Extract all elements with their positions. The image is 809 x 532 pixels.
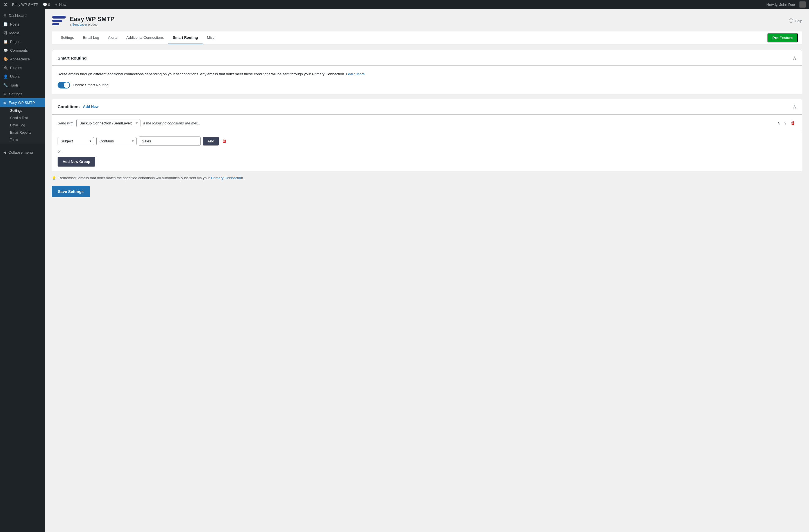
smart-routing-card: Smart Routing ∧ Route emails through dif…: [52, 50, 802, 95]
primary-connection-link[interactable]: Primary Connection: [211, 176, 243, 180]
collapse-icon: ◀: [3, 150, 6, 154]
tab-smart-routing[interactable]: Smart Routing: [168, 32, 203, 45]
submenu-label: Email Reports: [10, 131, 31, 135]
conditions-title-wrap: Conditions Add New: [57, 104, 99, 109]
sidebar-item-easy-wp-smtp[interactable]: ✉ Easy WP SMTP: [0, 98, 45, 107]
submenu: Settings Send a Test Email Log Email Rep…: [0, 107, 45, 143]
operator-select[interactable]: Contains Does Not Contain Equals Does No…: [96, 137, 137, 145]
submenu-item-email-log[interactable]: Email Log: [0, 122, 45, 129]
sidebar-item-posts[interactable]: 📄 Posts: [0, 20, 45, 29]
site-name[interactable]: Easy WP SMTP: [12, 2, 38, 7]
sidebar-item-appearance[interactable]: 🎨 Appearance: [0, 55, 45, 64]
submenu-item-send-test[interactable]: Send a Test: [0, 114, 45, 122]
smart-routing-title: Smart Routing: [57, 56, 87, 61]
sidebar-item-tools[interactable]: 🔧 Tools: [0, 81, 45, 90]
tab-misc[interactable]: Misc: [203, 32, 219, 45]
plugin-header: Easy WP SMTP a SendLayer product ⓘ Help: [52, 15, 802, 27]
submenu-item-settings[interactable]: Settings: [0, 107, 45, 114]
sidebar-item-label: Comments: [10, 48, 28, 53]
collapse-label: Collapse menu: [8, 150, 33, 154]
smtp-logo-icon: [52, 15, 66, 27]
tab-email-log[interactable]: Email Log: [79, 32, 104, 45]
move-up-button[interactable]: ∧: [776, 120, 781, 126]
nav-tabs: Settings Email Log Alerts Additional Con…: [52, 32, 802, 45]
plus-icon: ＋: [54, 2, 58, 7]
routing-description: Route emails through different additiona…: [57, 71, 796, 77]
smtp-menu-icon: ✉: [3, 101, 6, 105]
pro-feature-button[interactable]: Pro Feature: [768, 33, 798, 42]
howdy-text: Howdy, John Doe: [766, 2, 795, 7]
comments-icon: 💬: [43, 2, 47, 7]
new-label: New: [59, 2, 66, 7]
save-settings-button[interactable]: Save Settings: [52, 186, 90, 197]
tab-settings[interactable]: Settings: [56, 32, 79, 45]
bulb-icon: 💡: [52, 176, 56, 180]
pages-icon: 📋: [3, 40, 8, 44]
sidebar-item-label: Easy WP SMTP: [9, 101, 35, 105]
sidebar-item-plugins[interactable]: 🔌 Plugins: [0, 64, 45, 72]
conditions-title: Conditions: [57, 104, 80, 109]
sidebar-item-pages[interactable]: 📋 Pages: [0, 37, 45, 46]
settings-icon: ⚙: [3, 92, 7, 96]
svg-rect-1: [52, 20, 62, 22]
if-condition-text: if the following conditions are met...: [143, 121, 773, 125]
plugin-tagline: a SendLayer product: [70, 23, 115, 26]
sidebar-item-dashboard[interactable]: ⊞ Dashboard: [0, 11, 45, 20]
send-with-label: Send with: [57, 121, 74, 125]
row-actions: ∧ ∨ 🗑: [776, 119, 796, 127]
field-select[interactable]: Subject From To CC BCC: [57, 137, 94, 145]
conditions-card: Conditions Add New ∧ Send with Backup Co…: [52, 99, 802, 171]
condition-rows: Subject From To CC BCC ▼ Contains Does N…: [52, 132, 802, 171]
sidebar-item-label: Plugins: [10, 66, 22, 70]
conditions-card-header: Conditions Add New ∧: [52, 99, 802, 115]
sidebar-item-label: Appearance: [10, 57, 30, 61]
svg-rect-2: [52, 23, 59, 25]
appearance-icon: 🎨: [3, 57, 8, 61]
admin-bar: ⊛ Easy WP SMTP 💬 0 ＋ New Howdy, John Doe: [0, 0, 809, 9]
plugin-name-wrap: Easy WP SMTP a SendLayer product: [70, 15, 115, 26]
submenu-label: Settings: [10, 109, 22, 113]
smart-routing-collapse-icon[interactable]: ∧: [793, 55, 796, 61]
send-with-row: Send with Backup Connection (SendLayer) …: [52, 115, 802, 132]
smart-routing-card-body: Route emails through different additiona…: [52, 66, 802, 94]
new-item[interactable]: ＋ New: [54, 2, 66, 7]
add-new-group-button[interactable]: Add New Group: [57, 157, 95, 167]
learn-more-link[interactable]: Learn More: [346, 72, 365, 76]
comments-menu-icon: 💬: [3, 48, 8, 53]
tab-additional-connections[interactable]: Additional Connections: [122, 32, 168, 45]
delete-condition-button[interactable]: 🗑: [221, 137, 228, 145]
comments-icon-wrap[interactable]: 💬 0: [43, 2, 50, 7]
sidebar-item-label: Settings: [9, 92, 22, 96]
delete-row-button[interactable]: 🗑: [790, 119, 796, 127]
connection-select[interactable]: Backup Connection (SendLayer) Primary Co…: [76, 119, 140, 127]
plugin-logo-wrap: Easy WP SMTP a SendLayer product: [52, 15, 115, 27]
submenu-item-tools[interactable]: Tools: [0, 136, 45, 143]
sidebar-item-label: Dashboard: [9, 14, 27, 18]
and-button[interactable]: And: [203, 137, 219, 145]
plugin-name: Easy WP SMTP: [70, 15, 115, 23]
field-select-wrap: Subject From To CC BCC ▼: [57, 137, 94, 145]
add-new-link[interactable]: Add New: [83, 104, 99, 109]
dashboard-icon: ⊞: [3, 14, 6, 18]
sidebar-item-label: Posts: [10, 22, 19, 27]
help-link[interactable]: ⓘ Help: [789, 18, 802, 24]
sidebar-item-label: Pages: [10, 40, 20, 44]
collapse-menu[interactable]: ◀ Collapse menu: [0, 148, 45, 157]
sidebar-item-comments[interactable]: 💬 Comments: [0, 46, 45, 55]
operator-select-wrap: Contains Does Not Contain Equals Does No…: [96, 137, 137, 145]
sidebar-item-settings[interactable]: ⚙ Settings: [0, 90, 45, 98]
conditions-collapse-icon[interactable]: ∧: [793, 104, 796, 110]
footer-note-text: Remember, emails that don't match the sp…: [58, 176, 245, 180]
tab-alerts[interactable]: Alerts: [104, 32, 122, 45]
move-down-button[interactable]: ∨: [783, 120, 788, 126]
enable-smart-routing-toggle[interactable]: [57, 82, 70, 88]
or-text: or: [57, 149, 796, 153]
avatar: [799, 1, 806, 7]
footer-note: 💡 Remember, emails that don't match the …: [52, 176, 802, 180]
sidebar-item-media[interactable]: 🖼 Media: [0, 29, 45, 37]
sidebar-item-users[interactable]: 👤 Users: [0, 72, 45, 81]
condition-value-input[interactable]: [139, 137, 201, 146]
submenu-item-email-reports[interactable]: Email Reports: [0, 129, 45, 136]
sidebar-item-label: Media: [9, 31, 19, 35]
sendlayer-link[interactable]: SendLayer: [72, 23, 87, 26]
